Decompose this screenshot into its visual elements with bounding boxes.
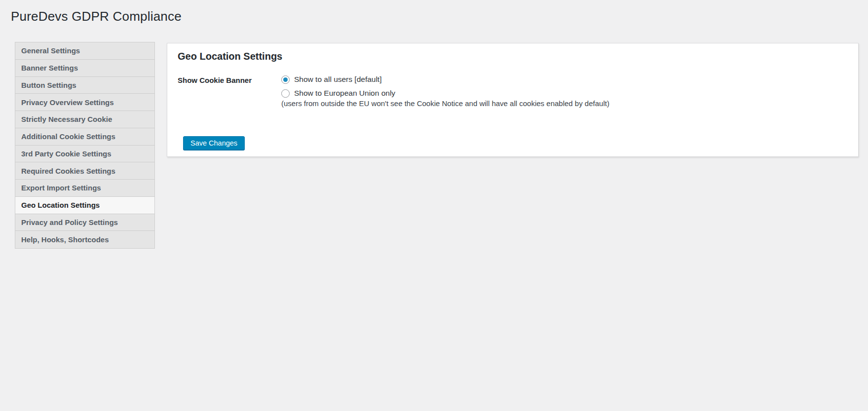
- radio-show-to-all-users[interactable]: [281, 75, 290, 84]
- settings-tabs: General Settings Banner Settings Button …: [15, 42, 155, 249]
- show-cookie-banner-options: Show to all users [default] Show to Euro…: [281, 75, 609, 108]
- sidebar-item-general-settings[interactable]: General Settings: [15, 42, 154, 60]
- show-cookie-banner-row: Show Cookie Banner Show to all users [de…: [178, 75, 848, 108]
- option-label: Show to European Union only: [294, 89, 395, 98]
- sidebar-item-banner-settings[interactable]: Banner Settings: [15, 60, 154, 77]
- option-show-to-eu-only[interactable]: Show to European Union only: [281, 89, 609, 98]
- save-changes-button[interactable]: Save Changes: [183, 136, 245, 150]
- option-label: Show to all users [default]: [294, 75, 382, 84]
- settings-panel: Geo Location Settings Show Cookie Banner…: [167, 43, 859, 157]
- sidebar-item-help-hooks-shortcodes[interactable]: Help, Hooks, Shortcodes: [15, 231, 154, 248]
- sidebar-item-3rd-party-cookie-settings[interactable]: 3rd Party Cookie Settings: [15, 146, 154, 163]
- option-show-to-all-users[interactable]: Show to all users [default]: [281, 75, 609, 84]
- page-title: PureDevs GDPR Compliance: [0, 0, 868, 24]
- eu-option-note: (users from outside the EU won't see the…: [281, 99, 609, 108]
- sidebar-item-additional-cookie-settings[interactable]: Additional Cookie Settings: [15, 128, 154, 146]
- sidebar-item-export-import-settings[interactable]: Export Import Settings: [15, 180, 154, 197]
- sidebar-item-privacy-and-policy-settings[interactable]: Privacy and Policy Settings: [15, 214, 154, 231]
- sidebar-item-strictly-necessary-cookie[interactable]: Strictly Necessary Cookie: [15, 111, 154, 128]
- sidebar-item-button-settings[interactable]: Button Settings: [15, 77, 154, 94]
- panel-heading: Geo Location Settings: [178, 51, 848, 62]
- sidebar-item-geo-location-settings[interactable]: Geo Location Settings: [15, 197, 154, 214]
- show-cookie-banner-label: Show Cookie Banner: [178, 75, 281, 108]
- sidebar-item-privacy-overview-settings[interactable]: Privacy Overview Settings: [15, 94, 154, 111]
- radio-show-to-eu-only[interactable]: [281, 89, 290, 98]
- sidebar-item-required-cookies-settings[interactable]: Required Cookies Settings: [15, 162, 154, 180]
